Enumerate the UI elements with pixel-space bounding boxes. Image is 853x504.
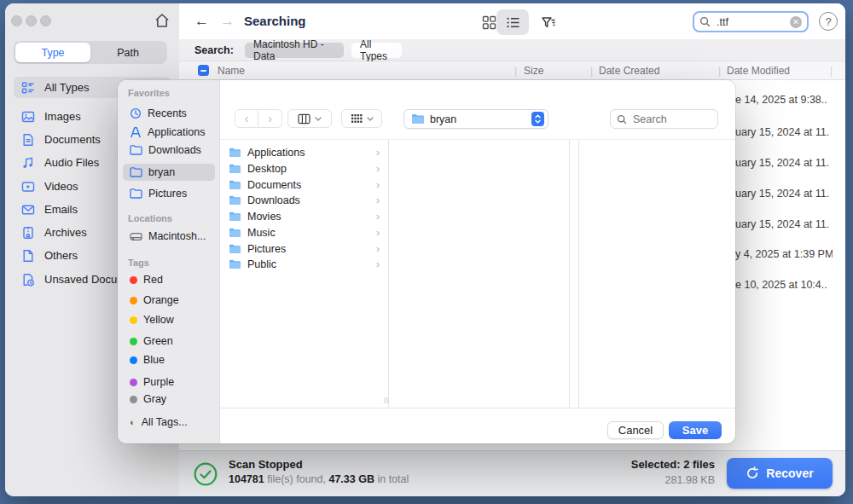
- scope-chip-volume[interactable]: Macintosh HD - Data: [245, 43, 344, 58]
- save-button[interactable]: Save: [669, 421, 722, 439]
- success-check-icon: [193, 461, 218, 490]
- tag-gray[interactable]: Gray: [123, 391, 215, 408]
- main-search-field[interactable]: ✕: [693, 11, 809, 32]
- sidebar-item-label: Videos: [44, 180, 78, 193]
- column-separator[interactable]: |: [830, 65, 833, 77]
- column-header-date-created[interactable]: Date Created: [599, 65, 659, 77]
- favorite-label: Recents: [148, 107, 187, 119]
- favorite-bryan[interactable]: bryan: [123, 164, 215, 181]
- table-row[interactable]: uary 15, 2024 at 11.: [735, 188, 833, 201]
- folder-row-public[interactable]: Public›: [222, 257, 386, 272]
- folder-label: Movies: [247, 211, 281, 223]
- help-button[interactable]: ?: [819, 12, 838, 31]
- all-tags-icon: ◐: [130, 418, 136, 427]
- table-row[interactable]: e 10, 2025 at 10:4..: [735, 279, 833, 293]
- column-divider[interactable]: [578, 140, 579, 408]
- table-row[interactable]: e 14, 2025 at 9:38..: [735, 94, 833, 107]
- divider: [220, 139, 735, 140]
- close-button[interactable]: [11, 15, 22, 26]
- select-all-checkbox[interactable]: [198, 65, 209, 76]
- search-scope-label: Search:: [194, 44, 234, 56]
- column-header-name[interactable]: Name: [218, 65, 245, 77]
- folder-icon: [229, 180, 241, 190]
- current-folder-dropdown[interactable]: bryan: [403, 109, 548, 129]
- forward-button[interactable]: →: [220, 13, 235, 30]
- column-separator[interactable]: |: [514, 65, 517, 77]
- dialog-forward-button[interactable]: ›: [258, 109, 282, 128]
- chip-label: Macintosh HD - Data: [253, 38, 335, 62]
- group-view-button[interactable]: [341, 109, 382, 128]
- folder-row-music[interactable]: Music›: [222, 225, 386, 240]
- tag-green[interactable]: Green: [123, 333, 215, 350]
- selection-summary: Selected: 2 files 281.98 KB: [631, 458, 715, 486]
- table-row[interactable]: uary 15, 2024 at 11.: [735, 218, 833, 232]
- folder-row-documents[interactable]: Documents›: [222, 177, 386, 193]
- favorite-pictures[interactable]: Pictures: [123, 185, 215, 202]
- column-header-size[interactable]: Size: [524, 65, 543, 77]
- files-found-count: 104781: [229, 473, 264, 485]
- column-separator[interactable]: |: [590, 65, 593, 77]
- desktop: Type Path All Types Images Documents Aud…: [0, 0, 853, 504]
- clear-search-icon[interactable]: ✕: [790, 16, 802, 28]
- dialog-search-field[interactable]: [610, 109, 718, 129]
- folder-row-applications[interactable]: Applications›: [222, 145, 386, 160]
- chevron-right-icon: ›: [376, 211, 380, 223]
- list-view-button[interactable]: [496, 9, 529, 35]
- chevron-down-icon: [367, 117, 374, 121]
- favorite-recents[interactable]: Recents: [123, 105, 215, 122]
- sidebar-item-label: Emails: [44, 203, 78, 216]
- back-button[interactable]: ←: [194, 13, 209, 30]
- total-size-suffix: in total: [374, 473, 409, 485]
- favorite-label: Applications: [148, 126, 205, 138]
- folder-icon: [229, 244, 241, 254]
- minimize-button[interactable]: [26, 15, 37, 26]
- folder-icon: [130, 188, 142, 199]
- yellow-tag-icon: [130, 316, 137, 324]
- chip-label: All Types: [360, 38, 393, 62]
- tag-label: Green: [143, 335, 173, 347]
- filter-bar: Search: Macintosh HD - Data All Types: [179, 39, 845, 61]
- cancel-button[interactable]: Cancel: [607, 421, 664, 439]
- favorite-label: Downloads: [148, 144, 201, 156]
- all-tags[interactable]: ◐All Tags...: [123, 414, 215, 431]
- table-row[interactable]: uary 15, 2024 at 11.: [735, 157, 833, 171]
- dialog-back-button[interactable]: ‹: [235, 109, 258, 128]
- column-divider[interactable]: [569, 140, 570, 408]
- tab-type[interactable]: Type: [15, 43, 90, 62]
- favorite-downloads[interactable]: Downloads: [123, 142, 215, 159]
- tag-red[interactable]: Red: [123, 271, 215, 288]
- column-header-date-modified[interactable]: Date Modified: [727, 65, 790, 77]
- tag-orange[interactable]: Orange: [123, 292, 215, 309]
- tag-purple[interactable]: Purple: [123, 374, 215, 391]
- column-resize-handle[interactable]: ||: [384, 396, 389, 403]
- chevron-right-icon: ›: [376, 163, 380, 175]
- folder-row-downloads[interactable]: Downloads›: [222, 193, 386, 208]
- folder-label: Applications: [247, 147, 305, 159]
- dialog-search-input[interactable]: [631, 113, 711, 126]
- zoom-button[interactable]: [40, 15, 51, 26]
- folder-row-pictures[interactable]: Pictures›: [222, 241, 386, 257]
- sidebar-item-label: Documents: [44, 133, 101, 146]
- location-macintosh-hd[interactable]: Macintosh...: [123, 228, 215, 245]
- table-row[interactable]: uary 15, 2024 at 11.: [735, 126, 833, 140]
- recover-icon: [746, 466, 759, 480]
- column-separator[interactable]: |: [718, 65, 721, 77]
- tab-path[interactable]: Path: [90, 43, 165, 62]
- home-icon[interactable]: [154, 12, 171, 29]
- favorite-applications[interactable]: Applications: [123, 124, 215, 141]
- favorite-label: bryan: [148, 166, 175, 178]
- tab-path-label: Path: [117, 47, 139, 59]
- tag-blue[interactable]: Blue: [123, 351, 215, 368]
- column-divider[interactable]: [388, 140, 389, 408]
- recover-button[interactable]: Recover: [727, 458, 833, 489]
- main-toolbar: ← → Searching ✕ ?: [179, 3, 845, 39]
- folder-row-movies[interactable]: Movies›: [222, 209, 386, 224]
- column-view-button[interactable]: [287, 109, 332, 128]
- total-size: 47.33 GB: [328, 473, 374, 485]
- scope-chip-all-types[interactable]: All Types: [351, 43, 402, 58]
- filter-button[interactable]: [532, 9, 565, 35]
- main-search-input[interactable]: [715, 15, 786, 29]
- folder-row-desktop[interactable]: Desktop›: [222, 161, 386, 177]
- tag-yellow[interactable]: Yellow: [123, 311, 215, 328]
- table-row[interactable]: y 4, 2025 at 1:39 PM: [735, 248, 833, 262]
